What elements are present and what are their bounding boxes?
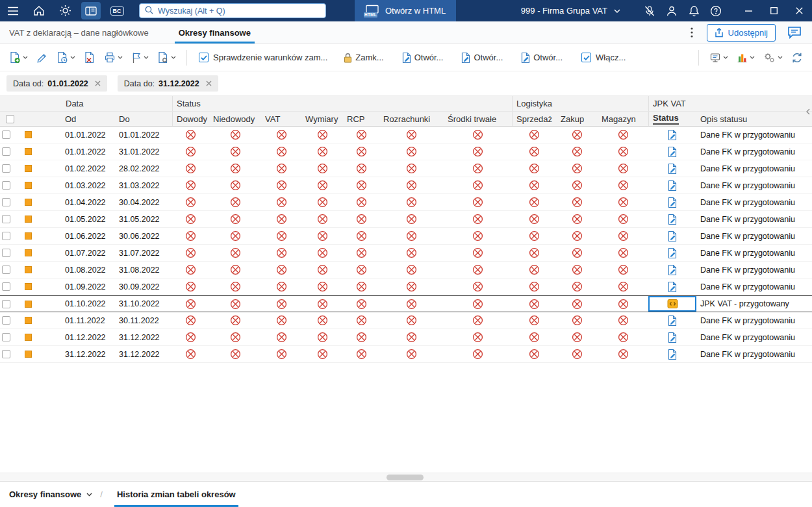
table-row[interactable]: 01.10.2022 31.10.2022 JPK VAT - przygoto… xyxy=(0,295,812,312)
row-checkbox[interactable] xyxy=(0,312,19,328)
window-minimize-button[interactable] xyxy=(736,0,761,21)
row-checkbox[interactable] xyxy=(0,329,19,345)
open-in-html-button[interactable]: HTML Otwórz w HTML xyxy=(355,0,456,21)
check-sprawdzenie-warunkow[interactable]: Sprawdzenie warunków zam... xyxy=(199,53,327,62)
cell-od[interactable]: 01.04.2022 xyxy=(62,194,110,210)
remove-filter-icon[interactable] xyxy=(206,80,212,86)
search-input[interactable] xyxy=(158,6,320,16)
chat-icon[interactable] xyxy=(785,24,804,42)
cell-jpk-status-icon[interactable] xyxy=(648,211,696,227)
cell-od[interactable]: 01.01.2022 xyxy=(62,143,110,160)
col-sprzedaz[interactable]: Sprzedaż xyxy=(512,112,557,126)
row-checkbox[interactable] xyxy=(0,346,19,362)
cell-jpk-status-icon[interactable] xyxy=(648,228,696,244)
table-row[interactable]: 01.04.2022 30.04.2022 Dane FK w przygoto… xyxy=(0,194,812,211)
cell-od[interactable]: 31.12.2022 xyxy=(62,346,110,362)
col-vat[interactable]: VAT xyxy=(261,112,301,126)
cell-jpk-status-icon[interactable] xyxy=(648,245,696,261)
table-row[interactable]: 01.12.2022 31.12.2022 Dane FK w przygoto… xyxy=(0,329,812,346)
window-maximize-button[interactable] xyxy=(761,0,787,21)
row-checkbox[interactable] xyxy=(0,127,19,143)
share-button[interactable]: Udostępnij xyxy=(707,24,776,42)
cell-do[interactable]: 30.09.2022 xyxy=(110,278,172,295)
horizontal-scrollbar[interactable] xyxy=(0,473,812,481)
cell-do[interactable]: 31.08.2022 xyxy=(110,262,172,278)
row-checkbox[interactable] xyxy=(0,228,19,244)
cell-jpk-status-icon[interactable] xyxy=(648,177,696,193)
cell-do[interactable]: 30.04.2022 xyxy=(110,194,172,210)
cell-do[interactable]: 28.02.2022 xyxy=(110,160,172,177)
scrollbar-thumb[interactable] xyxy=(387,475,424,480)
table-row[interactable]: 01.03.2022 31.03.2022 Dane FK w przygoto… xyxy=(0,177,812,194)
cell-do[interactable]: 31.12.2022 xyxy=(110,329,172,345)
remove-filter-icon[interactable] xyxy=(95,80,101,86)
table-row[interactable]: 01.11.2022 30.11.2022 Dane FK w przygoto… xyxy=(0,312,812,329)
filter-chip-data-od[interactable]: Data od: 01.01.2022 xyxy=(6,75,107,92)
table-row[interactable]: 01.09.2022 30.09.2022 Dane FK w przygoto… xyxy=(0,278,812,295)
table-row[interactable]: 01.07.2022 31.07.2022 Dane FK w przygoto… xyxy=(0,245,812,262)
otworz-button-1[interactable]: Otwór... xyxy=(399,49,446,66)
microphone-muted-icon[interactable] xyxy=(639,0,661,21)
cell-od[interactable]: 01.07.2022 xyxy=(62,245,110,261)
otworz-button-3[interactable]: Otwór... xyxy=(518,49,565,66)
cell-do[interactable]: 31.10.2022 xyxy=(110,296,172,312)
col-jpk-status[interactable]: Status xyxy=(648,112,696,126)
settings-sun-icon[interactable] xyxy=(52,0,78,21)
tab-vat-z-deklaracja[interactable]: VAT z deklaracją – dane nagłówkowe xyxy=(9,21,162,43)
delete-record-button[interactable] xyxy=(81,49,98,66)
global-search[interactable] xyxy=(139,3,326,18)
col-dowody[interactable]: Dowody xyxy=(172,112,209,126)
cell-jpk-status-icon[interactable] xyxy=(648,346,696,362)
otworz-button-2[interactable]: Otwór... xyxy=(458,49,505,66)
cell-do[interactable]: 01.01.2022 xyxy=(110,127,172,143)
cell-jpk-status-icon[interactable] xyxy=(648,262,696,278)
cell-do[interactable]: 31.07.2022 xyxy=(110,245,172,261)
row-checkbox[interactable] xyxy=(0,278,19,295)
row-checkbox[interactable] xyxy=(0,262,19,278)
cell-jpk-status-icon[interactable] xyxy=(648,278,696,295)
row-checkbox[interactable] xyxy=(0,160,19,177)
cell-do[interactable]: 31.12.2022 xyxy=(110,346,172,362)
cell-od[interactable]: 01.11.2022 xyxy=(62,312,110,328)
cell-do[interactable]: 31.05.2022 xyxy=(110,211,172,227)
cell-od[interactable]: 01.02.2022 xyxy=(62,160,110,177)
cell-do[interactable]: 31.01.2022 xyxy=(110,143,172,160)
row-checkbox[interactable] xyxy=(0,143,19,160)
export-print-button[interactable] xyxy=(707,49,731,66)
cell-jpk-status-icon[interactable] xyxy=(648,127,696,143)
company-selector[interactable]: 999 - Firma Grupa VAT xyxy=(521,6,620,16)
cell-od[interactable]: 01.05.2022 xyxy=(62,211,110,227)
print-button[interactable] xyxy=(101,49,125,66)
home-icon[interactable] xyxy=(26,0,52,21)
cell-jpk-status-icon[interactable] xyxy=(648,160,696,177)
row-checkbox[interactable] xyxy=(0,245,19,261)
col-magazyn[interactable]: Magazyn xyxy=(598,112,648,126)
row-checkbox[interactable] xyxy=(0,211,19,227)
cell-jpk-status-icon[interactable] xyxy=(648,143,696,160)
tab-okresy-finansowe[interactable]: Okresy finansowe xyxy=(175,21,255,43)
col-od[interactable]: Od xyxy=(62,112,110,126)
collapse-panel-icon[interactable] xyxy=(805,105,811,118)
row-checkbox[interactable] xyxy=(0,177,19,193)
window-close-button[interactable] xyxy=(787,0,812,21)
panels-icon[interactable] xyxy=(78,0,104,21)
check-wlacz[interactable]: Włącz... xyxy=(581,53,626,62)
help-icon[interactable] xyxy=(705,0,727,21)
refresh-button[interactable] xyxy=(789,49,806,66)
cell-do[interactable]: 31.03.2022 xyxy=(110,177,172,193)
cell-od[interactable]: 01.03.2022 xyxy=(62,177,110,193)
cell-jpk-status-icon[interactable] xyxy=(648,312,696,328)
table-row[interactable]: 01.06.2022 30.06.2022 Dane FK w przygoto… xyxy=(0,228,812,245)
bc-badge-icon[interactable]: BC xyxy=(104,0,130,21)
col-niedowody[interactable]: Niedowody xyxy=(209,112,261,126)
col-zakup[interactable]: Zakup xyxy=(557,112,598,126)
filter-chip-data-do[interactable]: Data do: 31.12.2022 xyxy=(118,75,218,92)
user-icon[interactable] xyxy=(661,0,683,21)
cell-jpk-status-icon[interactable] xyxy=(648,296,696,312)
col-srodki-trwale[interactable]: Środki trwałe xyxy=(444,112,512,126)
col-rozrachunki[interactable]: Rozrachunki xyxy=(379,112,444,126)
cell-do[interactable]: 30.11.2022 xyxy=(110,312,172,328)
table-row[interactable]: 01.01.2022 01.01.2022 Dane FK w przygoto… xyxy=(0,127,812,143)
more-options-icon[interactable] xyxy=(686,25,698,40)
row-checkbox[interactable] xyxy=(0,194,19,210)
